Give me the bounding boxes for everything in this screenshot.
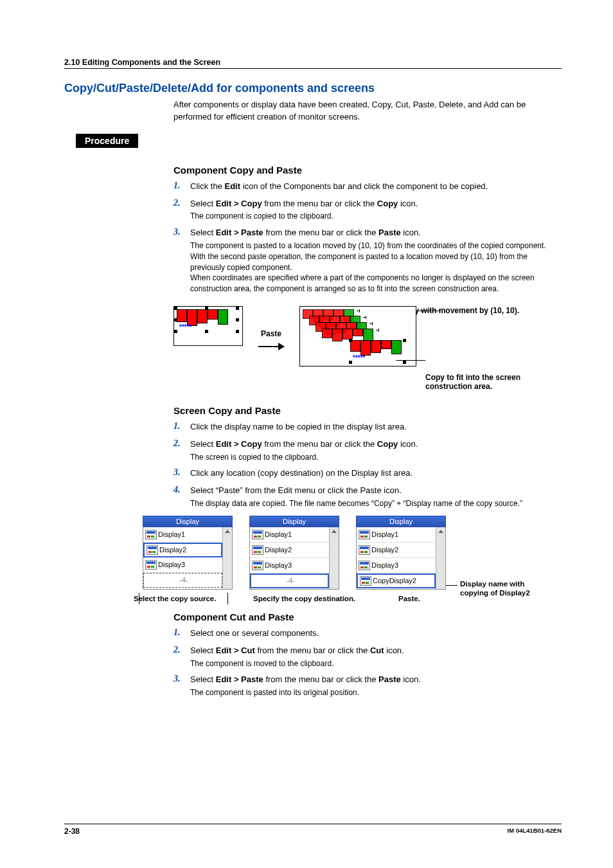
list-item[interactable]: Display2	[357, 543, 436, 558]
list-item[interactable]: Display1	[357, 527, 436, 543]
list-placeholder[interactable]: -4-	[143, 573, 222, 588]
step: 3. Select Edit > Paste from the menu bar…	[173, 674, 562, 698]
page-footer: 2-38 IM 04L41B01-62EN	[64, 824, 562, 836]
section-comp-cut-title: Component Cut and Paste	[173, 611, 562, 622]
display-list-panel: Display Display1 Display2 Display3 CopyD…	[356, 516, 446, 590]
display-list-panel: Display Display1 Display2 Display3 -4-	[143, 516, 233, 590]
figure-display-panels: Display Display1 Display2 Display3 -4- D…	[64, 516, 562, 602]
step: 1. Select one or several components.	[173, 628, 562, 640]
step: 2. Select Edit > Cut from the menu bar o…	[173, 645, 562, 669]
doc-id: IM 04L41B01-62EN	[508, 827, 562, 836]
section-screen-copy-title: Screen Copy and Paste	[173, 405, 562, 416]
list-item-copy[interactable]: CopyDisplay2	[357, 574, 436, 588]
display-icon	[359, 545, 370, 555]
page-number: 2-38	[64, 827, 80, 836]
paste-arrow: Paste	[252, 306, 290, 350]
scrollbar[interactable]	[329, 527, 339, 589]
step: 3. Select Edit > Paste from the menu bar…	[173, 227, 562, 294]
list-item[interactable]: Display3	[143, 557, 222, 573]
step: 2. Select Edit > Copy from the menu bar …	[173, 439, 562, 463]
list-item[interactable]: Display1	[143, 527, 222, 543]
display-icon	[147, 545, 158, 555]
step-number: 3.	[173, 227, 190, 294]
step-text: Select Edit > Copy from the menu bar or …	[190, 198, 562, 222]
step: 1. Click the display name to be copied i…	[173, 421, 562, 433]
step: 1. Click the Edit icon of the Components…	[173, 181, 562, 193]
side-callout: Display name withcopying of Display2	[460, 580, 530, 598]
display-icon	[359, 530, 370, 539]
step: 2. Select Edit > Copy from the menu bar …	[173, 198, 562, 222]
display-icon	[360, 576, 371, 586]
scrollbar[interactable]	[436, 527, 445, 589]
list-item[interactable]: Display1	[250, 527, 329, 543]
display-icon	[145, 530, 157, 539]
step-text: Select Edit > Paste from the menu bar or…	[190, 227, 562, 294]
intro-paragraph: After components or display data have be…	[173, 99, 562, 123]
display-icon	[145, 560, 157, 570]
display-icon	[252, 545, 263, 555]
list-item[interactable]: Display3	[250, 558, 329, 574]
display-icon	[359, 561, 370, 570]
list-item[interactable]: Display2	[250, 543, 329, 558]
step-number: 1.	[173, 181, 190, 193]
running-header: 2.10 Editing Components and the Screen	[64, 58, 562, 69]
step-text: Click the Edit icon of the Components ba…	[190, 181, 562, 193]
procedure-badge: Procedure	[76, 134, 138, 148]
callout-line	[446, 585, 458, 586]
figure-copy-paste: Copy with movement by (10, 10). *****	[173, 306, 562, 396]
step: 3. Click any location (copy destination)…	[173, 467, 562, 480]
step-number: 2.	[173, 198, 190, 222]
display-icon	[252, 530, 263, 539]
list-placeholder[interactable]: -4-	[250, 574, 329, 588]
scrollbar[interactable]	[222, 527, 232, 589]
list-item[interactable]: Display3	[357, 558, 436, 574]
main-title: Copy/Cut/Paste/Delete/Add for components…	[64, 82, 562, 95]
callout-bottom: Copy to fit into the screenconstruction …	[425, 373, 520, 392]
display-icon	[252, 561, 263, 570]
list-item[interactable]: Display2	[143, 543, 222, 557]
section-comp-copy-title: Component Copy and Paste	[173, 165, 562, 176]
display-list-panel: Display Display1 Display2 Display3 -4-	[249, 516, 339, 590]
step: 4. Select “Paste” from the Edit menu or …	[173, 485, 562, 509]
